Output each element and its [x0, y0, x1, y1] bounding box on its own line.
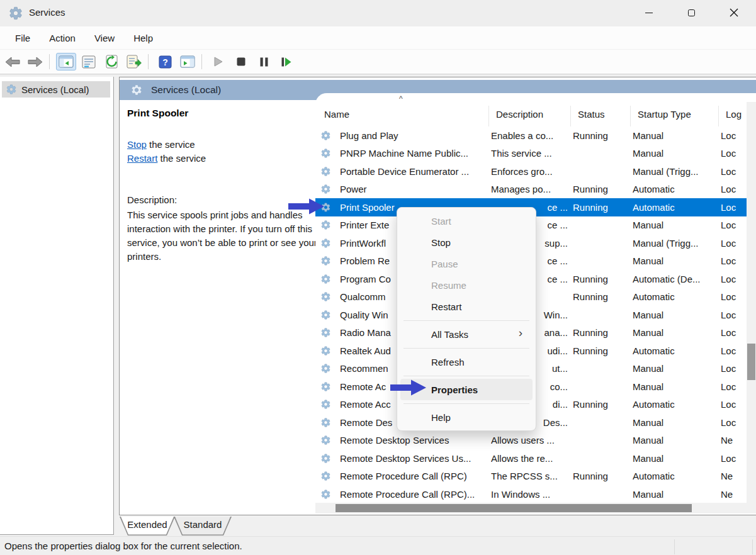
- context-menu-item-refresh[interactable]: Refresh ›: [400, 351, 533, 373]
- panel-header-title: Services (Local): [151, 84, 221, 96]
- vertical-scrollbar[interactable]: [747, 102, 756, 503]
- context-menu-separator: [403, 376, 529, 376]
- restart-service-button[interactable]: [276, 53, 296, 70]
- refresh-toolbar-button[interactable]: [101, 53, 121, 70]
- submenu-chevron-icon: ›: [519, 326, 522, 340]
- column-divider[interactable]: [488, 106, 489, 126]
- cell-log-on-as: Loc: [721, 148, 747, 159]
- cell-log-on-as: Loc: [721, 166, 747, 177]
- restart-service-suffix: the service: [157, 153, 206, 164]
- minimize-button[interactable]: [635, 0, 663, 25]
- export-list-icon: [127, 55, 142, 69]
- show-console-tree-icon: [59, 55, 74, 68]
- column-header-status[interactable]: Status: [578, 109, 605, 120]
- menu-view[interactable]: View: [86, 29, 123, 47]
- service-gear-icon: [320, 148, 331, 159]
- service-gear-icon: [320, 291, 331, 302]
- cell-log-on-as: Loc: [721, 274, 747, 284]
- properties-icon: [81, 55, 96, 69]
- cell-description: Enables a co...: [491, 130, 573, 141]
- show-console-tree-button[interactable]: [56, 53, 76, 70]
- back-button[interactable]: [3, 53, 23, 70]
- cell-name: Remote Procedure Call (RPC)...: [337, 489, 491, 500]
- table-row[interactable]: Portable Device Enumerator ... Enforces …: [315, 162, 747, 181]
- cell-status: Running: [573, 274, 633, 284]
- stop-service-button[interactable]: [231, 53, 251, 70]
- service-gear-icon: [320, 453, 331, 464]
- table-row[interactable]: PNRP Machine Name Public... This service…: [315, 145, 747, 163]
- service-gear-icon: [320, 381, 331, 392]
- horizontal-scrollbar[interactable]: [315, 503, 756, 513]
- column-header-log-on-as[interactable]: Log: [726, 109, 742, 120]
- table-row[interactable]: Remote Desktop Services Allows users ...…: [315, 432, 747, 450]
- column-divider[interactable]: [570, 106, 571, 126]
- service-gear-icon: [320, 489, 331, 500]
- cell-startup-type: Automatic: [633, 345, 721, 356]
- cell-log-on-as: Loc: [721, 291, 747, 302]
- context-menu-separator: [403, 320, 529, 321]
- stop-service-link[interactable]: Stop: [127, 139, 147, 150]
- svg-text:?: ?: [162, 57, 168, 67]
- column-header-name[interactable]: Name: [324, 109, 349, 120]
- table-row[interactable]: Remote Desktop Services Us... Allows the…: [315, 449, 747, 468]
- tree-item-services-local[interactable]: Services (Local): [2, 81, 110, 98]
- restart-service-link[interactable]: Restart: [127, 153, 157, 164]
- service-gear-icon: [320, 417, 331, 428]
- cell-description: This service ...: [491, 148, 573, 159]
- cell-status: Running: [573, 130, 633, 141]
- service-gear-icon: [320, 327, 331, 338]
- cell-log-on-as: Loc: [721, 345, 747, 356]
- maximize-button[interactable]: [677, 0, 706, 25]
- column-divider[interactable]: [718, 106, 719, 126]
- cell-name: Remote Procedure Call (RPC): [337, 471, 491, 481]
- close-button[interactable]: [719, 0, 748, 25]
- menu-help[interactable]: Help: [125, 29, 162, 47]
- tab-extended[interactable]: Extended: [120, 517, 175, 535]
- properties-toolbar-button[interactable]: [79, 53, 99, 70]
- column-header-startup-type[interactable]: Startup Type: [638, 109, 691, 120]
- cell-log-on-as: Ne: [721, 471, 747, 481]
- menu-file[interactable]: File: [6, 29, 39, 47]
- table-row[interactable]: Remote Procedure Call (RPC)... In Window…: [315, 485, 747, 503]
- context-menu-item-all-tasks[interactable]: All Tasks ›: [400, 323, 533, 345]
- cell-startup-type: Automatic: [633, 184, 721, 194]
- menu-action[interactable]: Action: [40, 29, 84, 47]
- show-action-pane-button[interactable]: [178, 53, 198, 70]
- cell-status: Running: [573, 345, 633, 356]
- context-menu-item-stop[interactable]: Stop ›: [400, 232, 533, 253]
- export-list-button[interactable]: [124, 53, 144, 70]
- refresh-icon: [104, 55, 119, 69]
- table-row[interactable]: Remote Procedure Call (RPC) The RPCSS s.…: [315, 468, 747, 486]
- help-toolbar-button[interactable]: ?: [155, 53, 175, 70]
- status-bar: Opens the properties dialog box for the …: [0, 536, 756, 555]
- minimize-icon: [645, 13, 653, 13]
- cell-log-on-as: Loc: [721, 310, 747, 320]
- vertical-scrollbar-thumb[interactable]: [747, 344, 755, 380]
- cell-name: Remote Desktop Services: [337, 435, 491, 446]
- list-header: ^ Name Description Status Startup Type L…: [315, 93, 747, 126]
- console-tree-pane: Services (Local): [0, 77, 114, 535]
- service-gear-icon: [320, 238, 331, 249]
- table-row[interactable]: Plug and Play Enables a co... Running Ma…: [315, 126, 747, 145]
- cell-name: PNRP Machine Name Public...: [337, 148, 491, 159]
- cell-startup-type: Automatic: [633, 202, 721, 213]
- cell-name: Power: [337, 184, 491, 194]
- context-menu-separator: [403, 403, 529, 404]
- forward-button[interactable]: [25, 53, 45, 70]
- pause-service-button[interactable]: [254, 53, 274, 70]
- start-service-button[interactable]: [208, 53, 228, 70]
- toolbar-separator: [201, 54, 202, 69]
- tab-standard[interactable]: Standard: [174, 517, 232, 535]
- horizontal-scrollbar-thumb[interactable]: [336, 504, 692, 512]
- column-header-description[interactable]: Description: [496, 109, 543, 120]
- cell-startup-type: Manual (Trigg...: [633, 166, 721, 177]
- cell-startup-type: Manual: [633, 381, 721, 392]
- column-divider[interactable]: [630, 106, 631, 126]
- forward-icon: [28, 57, 43, 67]
- stop-service-suffix: the service: [147, 139, 195, 150]
- table-row[interactable]: Power Manages po... Running Automatic Lo…: [315, 181, 747, 199]
- help-icon: ?: [159, 55, 172, 69]
- cell-log-on-as: Loc: [721, 184, 747, 194]
- context-menu-item-help[interactable]: Help ›: [400, 406, 533, 428]
- context-menu-item-restart[interactable]: Restart ›: [400, 296, 533, 317]
